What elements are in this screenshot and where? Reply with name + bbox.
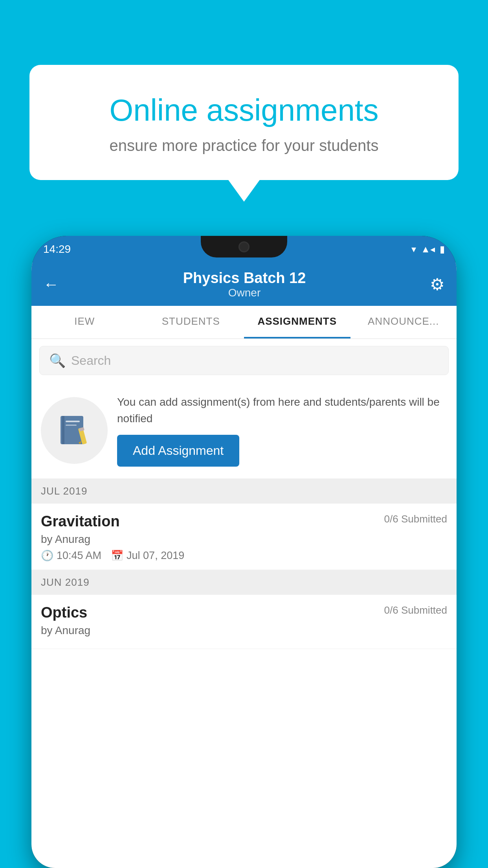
- batch-title: Physics Batch 12: [59, 270, 430, 287]
- assignment-item-optics[interactable]: Optics 0/6 Submitted by Anurag: [31, 595, 457, 649]
- assignment-meta-gravitation: 🕐 10:45 AM 📅 Jul 07, 2019: [41, 550, 447, 562]
- back-button[interactable]: ←: [43, 276, 59, 293]
- header-title-container: Physics Batch 12 Owner: [59, 270, 430, 299]
- tab-students[interactable]: STUDENTS: [138, 306, 244, 338]
- section-header-jul: JUL 2019: [31, 479, 457, 504]
- tabs-bar: IEW STUDENTS ASSIGNMENTS ANNOUNCE...: [31, 306, 457, 339]
- promo-icon-circle: [41, 397, 108, 464]
- assignment-date-value: Jul 07, 2019: [127, 550, 184, 562]
- search-container: 🔍 Search: [31, 339, 457, 382]
- search-input[interactable]: Search: [71, 353, 111, 368]
- calendar-icon: 📅: [111, 550, 123, 562]
- tab-announcements[interactable]: ANNOUNCE...: [350, 306, 457, 338]
- phone-frame: 14:29 ▾ ▲◂ ▮ ← Physics Batch 12 Owner ⚙ …: [31, 236, 457, 868]
- notebook-icon: [57, 413, 92, 448]
- promo-text: You can add assignment(s) from here and …: [117, 394, 447, 427]
- phone-notch: [201, 236, 287, 257]
- assignment-title-optics: Optics: [41, 604, 87, 621]
- signal-icon: ▲◂: [421, 244, 435, 255]
- settings-icon[interactable]: ⚙: [430, 275, 445, 294]
- battery-icon: ▮: [440, 244, 445, 255]
- phone-camera: [238, 241, 250, 252]
- assignment-submitted-gravitation: 0/6 Submitted: [384, 513, 447, 525]
- svg-rect-2: [66, 421, 80, 422]
- status-icons: ▾ ▲◂ ▮: [411, 244, 445, 255]
- search-bar[interactable]: 🔍 Search: [39, 346, 449, 375]
- assignment-submitted-optics: 0/6 Submitted: [384, 604, 447, 616]
- batch-subtitle: Owner: [59, 287, 430, 299]
- assignment-title-gravitation: Gravitation: [41, 513, 120, 530]
- clock-icon: 🕐: [41, 550, 53, 562]
- assignment-row-top-optics: Optics 0/6 Submitted: [41, 604, 447, 621]
- promo-right: You can add assignment(s) from here and …: [117, 394, 447, 467]
- svg-rect-1: [62, 416, 64, 444]
- assignment-time-value: 10:45 AM: [57, 550, 101, 562]
- assignment-time: 🕐 10:45 AM: [41, 550, 101, 562]
- tab-iew[interactable]: IEW: [31, 306, 138, 338]
- assignment-date: 📅 Jul 07, 2019: [111, 550, 184, 562]
- app-header: ← Physics Batch 12 Owner ⚙: [31, 263, 457, 306]
- svg-rect-3: [66, 425, 77, 426]
- add-assignment-button[interactable]: Add Assignment: [117, 435, 239, 467]
- tab-assignments[interactable]: ASSIGNMENTS: [244, 306, 350, 338]
- app-content: ← Physics Batch 12 Owner ⚙ IEW STUDENTS …: [31, 263, 457, 868]
- speech-bubble-subtitle: ensure more practice for your students: [53, 137, 435, 154]
- wifi-icon: ▾: [411, 244, 416, 255]
- assignment-by-gravitation: by Anurag: [41, 533, 447, 546]
- assignment-item-gravitation[interactable]: Gravitation 0/6 Submitted by Anurag 🕐 10…: [31, 504, 457, 570]
- assignment-by-optics: by Anurag: [41, 624, 447, 637]
- status-time: 14:29: [43, 243, 71, 256]
- speech-bubble-title: Online assignments: [53, 92, 435, 128]
- add-assignment-promo: You can add assignment(s) from here and …: [31, 382, 457, 479]
- section-header-jun: JUN 2019: [31, 570, 457, 595]
- speech-bubble: Online assignments ensure more practice …: [29, 65, 459, 180]
- assignment-row-top: Gravitation 0/6 Submitted: [41, 513, 447, 530]
- search-icon: 🔍: [49, 353, 66, 368]
